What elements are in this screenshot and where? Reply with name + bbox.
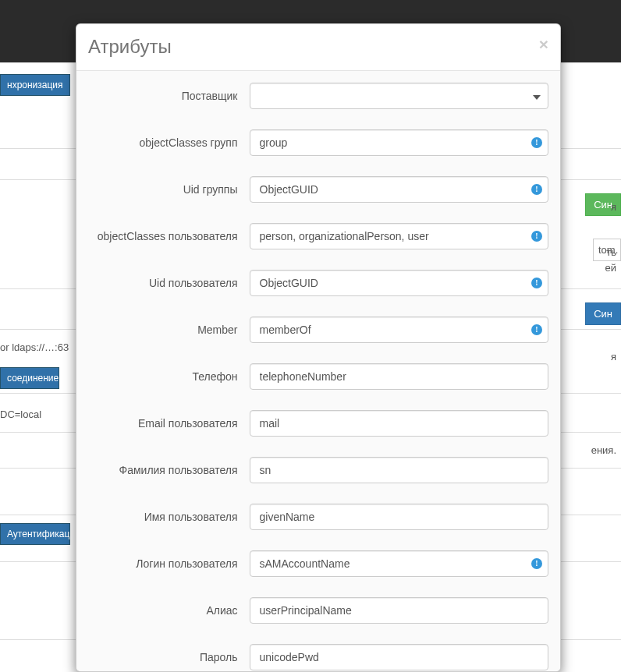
- input-wrap-phone: [250, 363, 549, 390]
- input-wrap-member: !: [250, 317, 549, 343]
- label-groupUid: Uid группы: [88, 183, 250, 196]
- bg-text-fragment: я: [611, 351, 616, 363]
- bg-tab-connection[interactable]: соединение: [0, 367, 59, 389]
- select-provider[interactable]: [250, 83, 549, 109]
- attributes-modal: Атрибуты × ПоставщикobjectClasses групп!…: [76, 23, 561, 672]
- input-firstName[interactable]: [250, 504, 549, 530]
- input-phone[interactable]: [250, 363, 549, 390]
- bg-tab-auth[interactable]: Аутентификаци: [0, 523, 70, 545]
- input-alias[interactable]: [250, 597, 549, 624]
- bg-tab-sync[interactable]: нхронизация: [0, 74, 70, 96]
- form-row-lastName: Фамилия пользователя: [88, 457, 548, 483]
- input-member[interactable]: [250, 317, 549, 343]
- input-wrap-password: [250, 644, 549, 670]
- input-password[interactable]: [250, 644, 549, 670]
- input-wrap-login: !: [250, 550, 549, 577]
- modal-title: Атрибуты: [88, 36, 172, 58]
- label-member: Member: [88, 324, 250, 336]
- form-row-userObjClass: objectClasses пользователя!: [88, 223, 548, 249]
- form-row-groupUid: Uid группы!: [88, 176, 548, 203]
- input-wrap-lastName: [250, 457, 549, 483]
- form-row-groupObjClass: objectClasses групп!: [88, 129, 548, 156]
- form-row-login: Логин пользователя!: [88, 550, 548, 577]
- close-button[interactable]: ×: [539, 36, 548, 52]
- input-wrap-firstName: [250, 504, 549, 530]
- form-row-userUid: Uid пользователя!: [88, 270, 548, 296]
- label-alias: Алиас: [88, 604, 250, 617]
- modal-header: Атрибуты ×: [76, 24, 560, 71]
- input-userUid[interactable]: [250, 270, 549, 296]
- bg-text-fragment: ей: [605, 262, 617, 274]
- label-email: Email пользователя: [88, 417, 250, 430]
- form-row-provider: Поставщик: [88, 83, 548, 109]
- label-lastName: Фамилия пользователя: [88, 464, 250, 476]
- close-icon: ×: [539, 35, 548, 53]
- input-wrap-provider: [250, 83, 549, 109]
- bg-text-fragment: ения.: [591, 444, 616, 456]
- form-row-member: Member!: [88, 317, 548, 343]
- modal-body: ПоставщикobjectClasses групп!Uid группы!…: [76, 71, 560, 671]
- bg-ldap-url-fragment: or ldaps://…:63: [0, 341, 69, 353]
- label-userObjClass: objectClasses пользователя: [88, 230, 250, 242]
- label-groupObjClass: objectClasses групп: [88, 136, 250, 149]
- form-row-alias: Алиас: [88, 597, 548, 624]
- input-wrap-userObjClass: !: [250, 223, 549, 249]
- info-icon[interactable]: !: [531, 231, 542, 242]
- info-icon[interactable]: !: [531, 324, 542, 335]
- label-provider: Поставщик: [88, 90, 250, 102]
- input-groupUid[interactable]: [250, 176, 549, 203]
- input-wrap-groupUid: !: [250, 176, 549, 203]
- input-wrap-groupObjClass: !: [250, 129, 549, 156]
- info-icon[interactable]: !: [531, 184, 542, 195]
- input-email[interactable]: [250, 410, 549, 437]
- input-wrap-email: [250, 410, 549, 437]
- input-groupObjClass[interactable]: [250, 129, 549, 156]
- info-icon[interactable]: !: [531, 558, 542, 569]
- bg-text-fragment: ть: [606, 246, 616, 258]
- label-login: Логин пользователя: [88, 557, 250, 570]
- bg-sync-button-blue[interactable]: Син: [585, 302, 621, 325]
- label-password: Пароль: [88, 651, 250, 663]
- input-wrap-userUid: !: [250, 270, 549, 296]
- label-firstName: Имя пользователя: [88, 511, 250, 523]
- form-row-firstName: Имя пользователя: [88, 504, 548, 530]
- form-row-email: Email пользователя: [88, 410, 548, 437]
- form-row-phone: Телефон: [88, 363, 548, 390]
- form-row-password: Пароль: [88, 644, 548, 670]
- info-icon[interactable]: !: [531, 278, 542, 288]
- label-phone: Телефон: [88, 370, 250, 383]
- input-login[interactable]: [250, 550, 549, 577]
- bg-dc-fragment: DC=local: [0, 409, 41, 420]
- input-wrap-alias: [250, 597, 549, 624]
- label-userUid: Uid пользователя: [88, 277, 250, 289]
- input-userObjClass[interactable]: [250, 223, 549, 249]
- input-lastName[interactable]: [250, 457, 549, 483]
- bg-text-fragment: я: [611, 201, 616, 213]
- info-icon[interactable]: !: [531, 137, 542, 148]
